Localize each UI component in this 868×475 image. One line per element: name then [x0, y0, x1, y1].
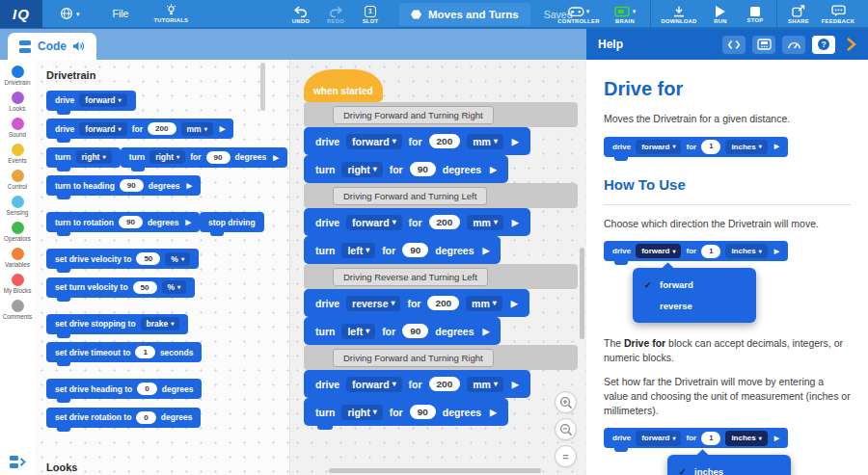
code-block[interactable]: set drive timeout to1seconds: [46, 342, 202, 362]
help-button[interactable]: ?: [812, 36, 835, 54]
block-number-input[interactable]: 0: [136, 411, 155, 424]
block-expand-arrow[interactable]: ▶: [490, 408, 497, 417]
block-dropdown[interactable]: forward▾: [346, 215, 401, 230]
blocks-to-code-toggle[interactable]: [9, 455, 26, 469]
block-number-input[interactable]: 1: [701, 140, 720, 154]
block-expand-arrow[interactable]: ▶: [220, 124, 226, 133]
block-expand-arrow[interactable]: ▶: [483, 327, 490, 336]
comment-block[interactable]: Driving Forward and Turning Left: [304, 183, 578, 208]
collapse-panel-chevron[interactable]: [846, 37, 856, 52]
comment-block[interactable]: Driving Forward and Turning Right: [304, 345, 578, 370]
block-expand-arrow[interactable]: ▶: [273, 153, 279, 162]
category-my-blocks[interactable]: My Blocks: [0, 271, 35, 297]
category-operators[interactable]: Operators: [0, 219, 35, 245]
block-number-input[interactable]: 0: [137, 383, 156, 395]
block-dropdown[interactable]: mm▾: [181, 122, 213, 136]
code-block[interactable]: turnright▾for90degrees▶: [304, 398, 508, 426]
block-number-input[interactable]: 90: [410, 405, 436, 419]
dashboard-button[interactable]: [782, 36, 805, 54]
code-block[interactable]: driveforward▾for1inches▾▶: [604, 241, 788, 261]
language-menu[interactable]: ▾: [60, 7, 80, 20]
block-dropdown[interactable]: %▾: [162, 280, 187, 294]
block-dropdown[interactable]: mm▾: [467, 377, 503, 392]
block-number-input[interactable]: 200: [427, 296, 459, 310]
block-number-input[interactable]: 1: [135, 346, 154, 358]
block-expand-arrow[interactable]: ▶: [186, 181, 192, 190]
block-dropdown[interactable]: mm▾: [467, 134, 503, 149]
block-number-input[interactable]: 90: [120, 179, 144, 192]
block-dropdown[interactable]: forward▾: [79, 122, 126, 136]
code-block[interactable]: driveforward▾: [46, 91, 136, 111]
stop-button[interactable]: STOP: [738, 0, 773, 29]
tutorials-button[interactable]: TUTORIALS: [153, 4, 188, 23]
zoom-out-button[interactable]: [555, 418, 577, 440]
comment-block[interactable]: Driving Reverse and Turning Left: [304, 264, 578, 289]
block-number-input[interactable]: 1: [701, 245, 720, 259]
palette-scrollbar[interactable]: [260, 63, 265, 111]
code-block[interactable]: driveforward▾for200mm▾▶: [304, 370, 530, 398]
category-sound[interactable]: Sound: [0, 115, 35, 141]
category-variables[interactable]: Variables: [0, 245, 35, 271]
code-block[interactable]: driveforward▾for200mm▾▶: [46, 119, 233, 139]
block-expand-arrow[interactable]: ▶: [511, 299, 518, 308]
block-dropdown[interactable]: forward▾: [636, 140, 681, 154]
category-sensing[interactable]: Sensing: [0, 193, 35, 219]
block-dropdown[interactable]: forward▾: [636, 431, 681, 445]
download-button[interactable]: DOWNLOAD: [655, 0, 703, 29]
block-expand-arrow[interactable]: ▶: [185, 218, 191, 226]
category-comments[interactable]: Comments: [0, 297, 35, 323]
block-expand-arrow[interactable]: ▶: [483, 246, 490, 255]
project-name-button[interactable]: Moves and Turns: [399, 3, 530, 26]
block-dropdown[interactable]: left▾: [341, 243, 375, 258]
block-dropdown[interactable]: inches▾: [725, 140, 767, 154]
share-button[interactable]: SHARE: [781, 0, 816, 29]
block-expand-arrow[interactable]: ▶: [512, 137, 519, 146]
block-dropdown[interactable]: right▾: [341, 405, 382, 420]
block-dropdown[interactable]: forward▾: [636, 244, 681, 258]
code-block[interactable]: driveforward▾for1inches▾▶: [604, 137, 788, 157]
block-dropdown[interactable]: left▾: [341, 324, 375, 339]
comment-block[interactable]: Driving Forward and Turning Right: [304, 102, 578, 127]
menu-item-reverse[interactable]: reverse: [633, 296, 756, 316]
file-menu[interactable]: File: [113, 8, 129, 19]
brain-button[interactable]: ▾ BRAIN: [604, 0, 646, 29]
canvas-vertical-scrollbar[interactable]: [580, 248, 584, 339]
category-looks[interactable]: Looks: [0, 89, 35, 115]
code-block[interactable]: turnright▾for90degrees▶: [304, 155, 508, 183]
canvas-horizontal-scrollbar[interactable]: [329, 468, 541, 473]
block-number-input[interactable]: 200: [429, 215, 461, 229]
block-dropdown[interactable]: right▾: [341, 162, 382, 177]
menu-item-inches[interactable]: ✓inches: [667, 462, 791, 475]
code-block[interactable]: turn to heading90degrees▶: [46, 175, 201, 196]
block-dropdown[interactable]: forward▾: [346, 134, 401, 149]
block-dropdown[interactable]: %▾: [165, 252, 190, 266]
block-expand-arrow[interactable]: ▶: [774, 247, 779, 256]
block-dropdown[interactable]: right▾: [149, 150, 185, 164]
block-number-input[interactable]: 90: [402, 243, 428, 257]
code-block[interactable]: set drive heading to0degrees: [46, 379, 202, 399]
block-dropdown[interactable]: reverse▾: [346, 296, 400, 311]
block-number-input[interactable]: 1: [701, 432, 720, 446]
code-block[interactable]: turnright▾: [46, 147, 121, 168]
when-started-hat-block[interactable]: when started: [304, 69, 383, 102]
block-number-input[interactable]: 90: [206, 151, 231, 164]
block-expand-arrow[interactable]: ▶: [512, 380, 519, 389]
code-block[interactable]: set drive stopping tobrake▾: [46, 314, 188, 334]
block-expand-arrow[interactable]: ▶: [774, 434, 779, 443]
block-dropdown[interactable]: inches▾: [725, 244, 767, 258]
block-dropdown[interactable]: mm▾: [467, 215, 503, 230]
feedback-button[interactable]: FEEDBACK: [816, 0, 860, 29]
block-dropdown[interactable]: forward▾: [346, 377, 401, 392]
block-expand-arrow[interactable]: ▶: [512, 218, 519, 227]
menu-item-forward[interactable]: ✓forward: [633, 275, 756, 295]
block-number-input[interactable]: 90: [402, 324, 428, 338]
category-events[interactable]: Events: [0, 141, 35, 167]
block-number-input[interactable]: 200: [429, 377, 461, 391]
code-block[interactable]: driveforward▾for200mm▾▶: [304, 208, 530, 236]
block-dropdown[interactable]: forward▾: [79, 93, 126, 107]
block-expand-arrow[interactable]: ▶: [490, 165, 497, 174]
block-dropdown[interactable]: mm▾: [466, 296, 502, 311]
category-drivetrain[interactable]: Drivetrain: [0, 63, 35, 89]
reset-zoom-button[interactable]: =: [555, 445, 577, 467]
controller-button[interactable]: ▾ CONTROLLER: [554, 0, 604, 29]
